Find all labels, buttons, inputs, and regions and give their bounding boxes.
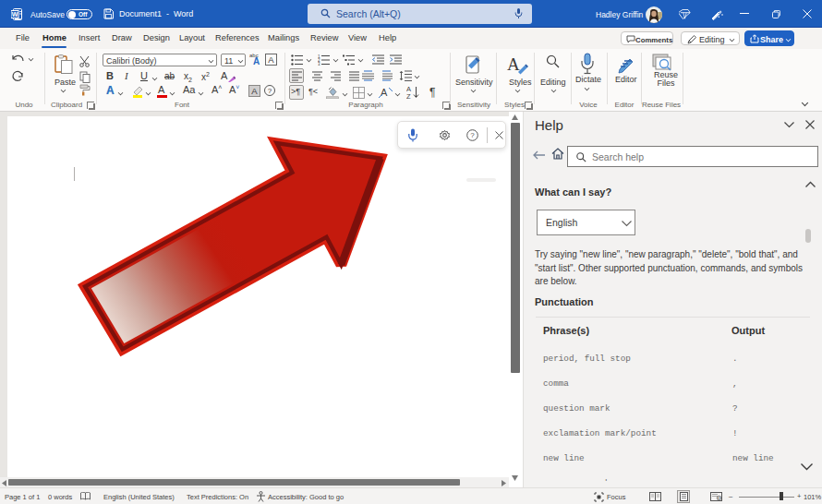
svg-text:W: W bbox=[12, 11, 18, 18]
svg-text:Z: Z bbox=[406, 92, 411, 100]
svg-text:A: A bbox=[507, 54, 520, 74]
svg-text:3: 3 bbox=[318, 62, 320, 66]
svg-text:A: A bbox=[381, 87, 388, 98]
svg-text:?: ? bbox=[470, 131, 475, 139]
